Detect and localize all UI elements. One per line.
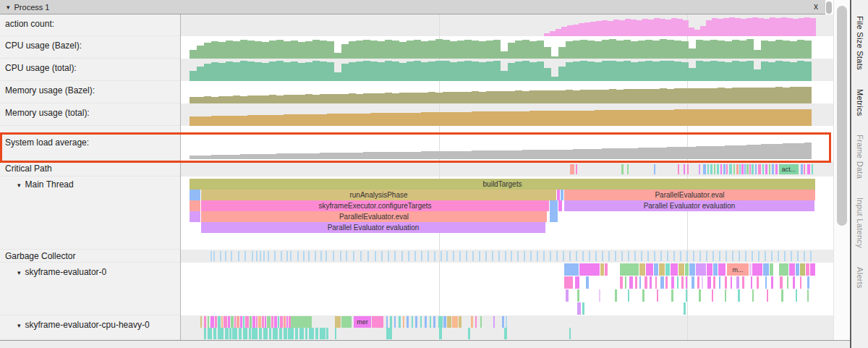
garbage-collector-track[interactable]: [181, 250, 833, 263]
collapse-arrow-icon[interactable]: ▾: [17, 322, 21, 329]
system_load-area-chart: [190, 126, 812, 159]
slice-Parallel Evaluator evaluation[interactable]: Parallel Evaluator evaluation: [201, 222, 545, 233]
trace-slice: [697, 276, 699, 289]
system-load-track[interactable]: [181, 126, 833, 161]
row-label-skyframe-evaluator-cpu-heavy-0[interactable]: ▾skyframe-evaluator-cpu-heavy-0: [0, 315, 181, 340]
tab-file-size-stats[interactable]: File Size Stats: [856, 16, 864, 70]
tab-alerts[interactable]: Alerts: [856, 267, 864, 289]
slice-ParallelEvaluator.eval[interactable]: ParallelEvaluator.eval: [564, 190, 815, 200]
cpu-bazel-track[interactable]: [181, 36, 833, 59]
critical-path-slices[interactable]: act...: [181, 164, 833, 174]
slice-Parallel Evaluator evaluation[interactable]: Parallel Evaluator evaluation: [564, 200, 814, 211]
skyframe-evaluator-0-track[interactable]: m...: [181, 263, 833, 315]
trace-slice: [757, 276, 759, 289]
evaluator0-band3[interactable]: [181, 289, 833, 302]
trace-slice[interactable]: [561, 190, 563, 200]
trace-slice-badge[interactable]: mer: [354, 316, 371, 328]
trace-slice[interactable]: [190, 211, 200, 222]
trace-slice[interactable]: [190, 200, 200, 211]
trace-slice: [224, 316, 227, 328]
critical-path-track[interactable]: act...: [181, 161, 833, 177]
tab-metrics[interactable]: Metrics: [856, 89, 864, 116]
trace-slice[interactable]: [190, 190, 200, 200]
evaluator0-band1[interactable]: m...: [181, 263, 833, 276]
slice-ParallelEvaluator.eval[interactable]: ParallelEvaluator.eval: [201, 211, 547, 222]
process-header[interactable]: ▾ Process 1 x: [0, 0, 825, 14]
trace-slice: [628, 251, 629, 261]
trace-slice: [244, 251, 246, 261]
trace-slice: [415, 316, 417, 328]
trace-slice: [569, 328, 571, 339]
trace-slice: [360, 251, 362, 261]
trace-slice: [793, 276, 795, 289]
action-count-track[interactable]: [181, 14, 833, 36]
trace-slice: [789, 263, 795, 276]
row-label-cpu-total: CPU usage (total):: [0, 59, 181, 81]
gc-tick-slices[interactable]: [181, 251, 833, 261]
trace-slice: [807, 276, 809, 289]
cpu-heavy-band1[interactable]: mer: [181, 316, 833, 328]
trace-slice: [650, 276, 652, 289]
trace-slice: [315, 328, 318, 339]
trace-slice: [665, 263, 670, 276]
trace-slice[interactable]: [558, 200, 562, 211]
trace-slice: [493, 316, 495, 328]
mem-total-track[interactable]: [181, 103, 833, 126]
row-label-mem-bazel: Memory usage (Bazel):: [0, 81, 181, 103]
trace-slice-badge[interactable]: m...: [727, 263, 749, 276]
trace-slice: [401, 251, 403, 261]
trace-slice: [720, 164, 722, 174]
row-label-main-thread[interactable]: ▾Main Thread: [0, 177, 181, 250]
trace-slice: [751, 276, 752, 289]
trace-slice: [686, 276, 687, 289]
trace-slice: [386, 328, 392, 339]
trace-slice: [749, 164, 751, 174]
trace-slice[interactable]: [550, 211, 558, 222]
trace-slice-badge[interactable]: act...: [779, 164, 799, 174]
horizontal-scrollbar[interactable]: [0, 340, 850, 348]
trace-slice: [615, 251, 616, 261]
trace-slice: [564, 263, 579, 276]
slice-buildTargets[interactable]: buildTargets: [190, 179, 815, 190]
row-main-thread: ▾Main Thread buildTargetsrunAnalysisPhas…: [0, 177, 833, 250]
close-icon[interactable]: x: [811, 1, 821, 12]
vertical-scrollbar[interactable]: [833, 0, 850, 340]
trace-slice: [492, 251, 493, 261]
mem-bazel-track[interactable]: [181, 81, 833, 103]
collapse-arrow-icon[interactable]: ▾: [17, 182, 21, 189]
collapse-arrow-icon[interactable]: ▾: [17, 269, 21, 276]
trace-slice: [671, 263, 678, 276]
tab-input-latency[interactable]: Input Latency: [856, 198, 864, 248]
trace-slice[interactable]: [550, 200, 558, 211]
collapse-arrow-icon[interactable]: ▾: [7, 4, 10, 11]
cpu-heavy-band2[interactable]: [181, 328, 833, 339]
cpu-total-track[interactable]: [181, 59, 833, 81]
trace-slice: [228, 316, 230, 328]
main-thread-track[interactable]: buildTargetsrunAnalysisPhaseParallelEval…: [181, 177, 833, 250]
overlay-scrollbar-thumb[interactable]: [826, 1, 832, 14]
row-label-critical-path: Critical Path: [0, 161, 181, 177]
evaluator0-band2[interactable]: [181, 276, 833, 289]
trace-slice: [231, 316, 234, 328]
trace-slice: [804, 164, 805, 174]
slice-skyframeExecutor.configureTargets[interactable]: skyframeExecutor.configureTargets: [201, 200, 549, 211]
trace-slice: [333, 251, 334, 261]
row-label-skyframe-evaluator-0[interactable]: ▾skyframe-evaluator-0: [0, 263, 181, 315]
trace-slice: [707, 263, 712, 276]
trace-slice: [665, 276, 668, 289]
slice-runAnalysisPhase[interactable]: runAnalysisPhase: [201, 190, 556, 200]
vertical-scrollbar-thumb[interactable]: [837, 6, 847, 226]
evaluator0-band4[interactable]: [181, 302, 833, 315]
trace-slice: [341, 316, 352, 328]
trace-slice[interactable]: [557, 190, 560, 200]
skyframe-evaluator-cpu-heavy-0-track[interactable]: mer: [181, 315, 833, 340]
trace-slice: [447, 316, 451, 328]
trace-slice: [443, 316, 446, 328]
row-mem-total: Memory usage (total):: [0, 103, 833, 126]
trace-slice: [569, 251, 571, 261]
row-label-text: Memory usage (Bazel):: [5, 85, 95, 96]
trace-slice: [394, 251, 396, 261]
trace-slice: [713, 263, 718, 276]
tab-frame-data[interactable]: Frame Data: [856, 135, 864, 179]
trace-slice: [778, 251, 779, 261]
